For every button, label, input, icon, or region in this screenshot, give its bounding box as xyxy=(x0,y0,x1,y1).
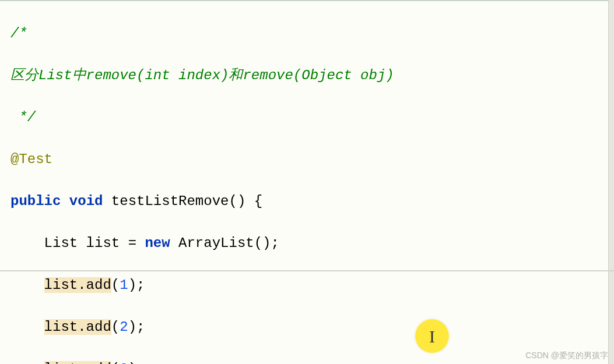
method-separator xyxy=(0,270,614,271)
code-line: list.add(3); xyxy=(10,359,604,364)
method-name: testListRemove() { xyxy=(103,193,262,209)
test-annotation: @Test xyxy=(10,151,52,167)
code-line: @Test xyxy=(10,149,604,170)
watermark-text: CSDN @爱笑的男孩字 xyxy=(525,349,608,362)
code-line: */ xyxy=(10,107,604,128)
code-line: list.add(1); xyxy=(10,275,604,296)
scrollbar-track[interactable] xyxy=(608,0,614,364)
number-literal: 2 xyxy=(120,319,128,335)
code-line: public void testListRemove() { xyxy=(10,191,604,212)
text: ArrayList(); xyxy=(170,235,279,251)
block-comment-close: */ xyxy=(10,109,36,125)
keyword-new: new xyxy=(145,235,170,251)
number-literal: 1 xyxy=(120,277,128,293)
keyword-void: void xyxy=(69,193,103,209)
code-line: /* xyxy=(10,23,604,44)
add-call-warn: list.add xyxy=(44,277,111,293)
cursor-highlight: I xyxy=(415,319,449,353)
code-editor[interactable]: /* 区分List中remove(int index)和remove(Objec… xyxy=(0,0,614,364)
code-line: List list = new ArrayList(); xyxy=(10,233,604,254)
code-line: list.add(2); xyxy=(10,317,604,338)
add-call-warn: list.add xyxy=(44,361,111,364)
number-literal: 3 xyxy=(120,361,128,364)
code-line: 区分List中remove(int index)和remove(Object o… xyxy=(10,65,604,86)
add-call-warn: list.add xyxy=(44,319,111,335)
block-comment-open: /* xyxy=(10,26,27,41)
list-type: List xyxy=(44,235,78,251)
text-cursor-icon: I xyxy=(429,323,435,349)
text: list = xyxy=(78,235,145,251)
block-comment-body: 区分List中remove(int index)和remove(Object o… xyxy=(10,68,394,83)
keyword-public: public xyxy=(10,193,61,209)
